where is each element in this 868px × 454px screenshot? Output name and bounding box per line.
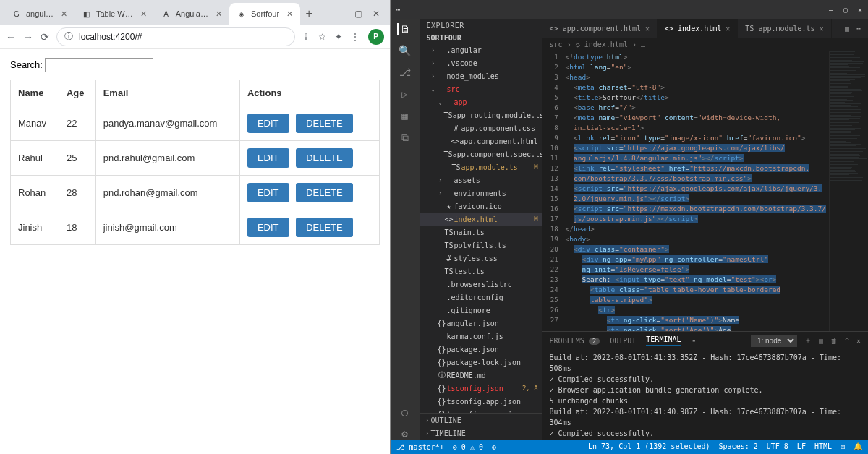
tree-node[interactable]: .browserslistrc — [420, 278, 542, 291]
tree-node[interactable]: TStest.ts — [420, 265, 542, 278]
tree-node[interactable]: TSapp.module.tsM — [420, 160, 542, 174]
tree-node[interactable]: {}tsconfig.spec.json — [420, 408, 542, 413]
status-item[interactable]: ⊕ — [492, 443, 496, 451]
terminal-add-icon[interactable]: ＋ — [804, 335, 812, 346]
remote-icon[interactable]: ⧉ — [401, 132, 409, 144]
more-icon[interactable]: ⋯ — [856, 25, 861, 33]
extensions-icon[interactable]: ▦ — [401, 110, 407, 121]
tree-node[interactable]: #styles.css — [420, 252, 542, 265]
omnibox[interactable]: ⓘ localhost:4200/# — [56, 27, 295, 46]
tree-node[interactable]: ›environments — [420, 187, 542, 200]
browser-tab[interactable]: AAngula…✕ — [154, 3, 229, 25]
tab-close-icon[interactable]: ✕ — [216, 9, 222, 19]
profile-avatar[interactable]: P — [368, 29, 384, 45]
tree-node[interactable]: {}tsconfig.json2, A — [420, 382, 542, 395]
panel-close-icon[interactable]: ✕ — [856, 337, 861, 345]
split-editor-icon[interactable]: ▥ — [845, 25, 849, 33]
tree-node[interactable]: TSpolyfills.ts — [420, 239, 542, 252]
share-icon[interactable]: ⇪ — [302, 32, 310, 42]
status-item[interactable]: Ln 73, Col 1 (1392 selected) — [588, 442, 710, 451]
vscode-min-icon[interactable]: — — [829, 6, 833, 14]
terminal-task-select[interactable]: 1: node — [751, 335, 797, 347]
delete-button[interactable]: DELETE — [296, 183, 353, 202]
bookmark-star-icon[interactable]: ☆ — [318, 32, 326, 42]
reload-button[interactable]: ⟳ — [41, 31, 49, 43]
files-icon[interactable]: 🗎 — [397, 23, 410, 35]
vscode-max-icon[interactable]: ▢ — [843, 6, 848, 14]
panel-tab-more[interactable]: ⋯ — [692, 337, 696, 345]
tree-node[interactable]: .editorconfig — [420, 291, 542, 304]
edit-button[interactable]: EDIT — [247, 148, 289, 168]
status-item[interactable]: Spaces: 2 — [719, 442, 758, 451]
status-item[interactable]: 🔔 — [854, 442, 862, 451]
panel-tab-terminal[interactable]: TERMINAL — [646, 335, 681, 346]
editor-tab[interactable]: <>index.html✕ — [658, 19, 738, 38]
chrome-menu-icon[interactable]: ⋮ — [351, 32, 359, 42]
col-age[interactable]: Age — [59, 80, 95, 106]
tree-node[interactable]: #app.component.css — [420, 121, 542, 134]
breadcrumb[interactable]: src › ◇ index.html › … — [542, 38, 868, 51]
settings-gear-icon[interactable]: ⚙ — [401, 428, 407, 440]
tree-node[interactable]: .gitignore — [420, 304, 542, 317]
terminal-output[interactable]: Build at: 2022-08-01T01:41:33.352Z - Has… — [542, 349, 868, 440]
tree-node[interactable]: <>app.component.html — [420, 134, 542, 147]
panel-tab-output[interactable]: OUTPUT — [610, 337, 636, 345]
tree-node[interactable]: ›.angular — [420, 43, 542, 56]
titlebar-menu-icon[interactable]: ⋯ — [396, 6, 401, 14]
tree-node[interactable]: TSmain.ts — [420, 226, 542, 239]
back-button[interactable]: ← — [6, 31, 16, 43]
window-maximize-icon[interactable]: ▢ — [354, 9, 362, 19]
tree-node[interactable]: karma.conf.js — [420, 330, 542, 343]
status-item[interactable]: HTML — [814, 442, 832, 451]
code-editor[interactable]: <!doctype html><html lang="en"><head> <m… — [563, 51, 829, 331]
project-name[interactable]: SORTFOUR — [420, 33, 542, 43]
col-name[interactable]: Name — [11, 80, 59, 106]
edit-button[interactable]: EDIT — [247, 218, 289, 237]
tree-node[interactable]: ›assets — [420, 174, 542, 187]
tree-node[interactable]: ›.vscode — [420, 56, 542, 69]
status-item[interactable]: ⎇ master*+ — [396, 443, 444, 451]
close-icon[interactable]: ✕ — [820, 25, 824, 33]
site-info-icon[interactable]: ⓘ — [64, 30, 73, 43]
tree-node[interactable]: ★favicon.ico — [420, 200, 542, 213]
vscode-close-icon[interactable]: ✕ — [858, 6, 862, 14]
window-close-icon[interactable]: ✕ — [373, 9, 380, 19]
status-item[interactable]: ⧆ — [841, 442, 845, 451]
tree-node[interactable]: <>index.htmlM — [420, 213, 542, 226]
tree-node[interactable]: TSapp-routing.module.ts — [420, 108, 542, 121]
forward-button[interactable]: → — [23, 31, 33, 43]
tree-node[interactable]: ⌄app — [420, 95, 542, 108]
editor-tab[interactable]: <>app.component.html✕ — [542, 19, 658, 38]
tree-node[interactable]: {}angular.json — [420, 317, 542, 330]
tree-node[interactable]: ⌄src — [420, 82, 542, 95]
col-email[interactable]: Email — [95, 80, 239, 106]
editor-tab[interactable]: TSapp.module.ts✕ — [738, 19, 831, 38]
delete-button[interactable]: DELETE — [296, 113, 353, 133]
tab-close-icon[interactable]: ✕ — [140, 9, 147, 19]
status-item[interactable]: LF — [797, 442, 806, 451]
search-input[interactable] — [45, 58, 153, 72]
window-minimize-icon[interactable]: — — [336, 9, 344, 19]
close-icon[interactable]: ✕ — [726, 25, 730, 33]
tab-close-icon[interactable]: ✕ — [61, 9, 67, 19]
run-icon[interactable]: ▷ — [401, 88, 407, 100]
edit-button[interactable]: EDIT — [247, 113, 289, 133]
tree-node[interactable]: {}package.json — [420, 343, 542, 356]
tree-node[interactable]: TSapp.component.spec.ts — [420, 147, 542, 160]
browser-tab[interactable]: ◧Table W…✕ — [75, 3, 154, 25]
delete-button[interactable]: DELETE — [296, 148, 353, 168]
browser-tab[interactable]: ◈Sortfour✕ — [229, 3, 300, 25]
tree-node[interactable]: ⓘREADME.md — [420, 369, 542, 382]
status-item[interactable]: ⊘ 0 ⚠ 0 — [453, 443, 483, 451]
sidebar-section[interactable]: ›TIMELINE — [420, 427, 542, 440]
tree-node[interactable]: ›node_modules — [420, 69, 542, 82]
terminal-split-icon[interactable]: ▥ — [819, 337, 823, 345]
browser-tab[interactable]: Gangul…✕ — [4, 3, 75, 25]
terminal-trash-icon[interactable]: 🗑 — [830, 337, 838, 345]
delete-button[interactable]: DELETE — [296, 218, 353, 237]
close-icon[interactable]: ✕ — [645, 25, 650, 33]
status-item[interactable]: UTF-8 — [767, 442, 788, 451]
extensions-icon[interactable]: ✦ — [335, 32, 342, 42]
source-control-icon[interactable]: ⎇ — [399, 67, 411, 78]
edit-button[interactable]: EDIT — [247, 183, 289, 202]
